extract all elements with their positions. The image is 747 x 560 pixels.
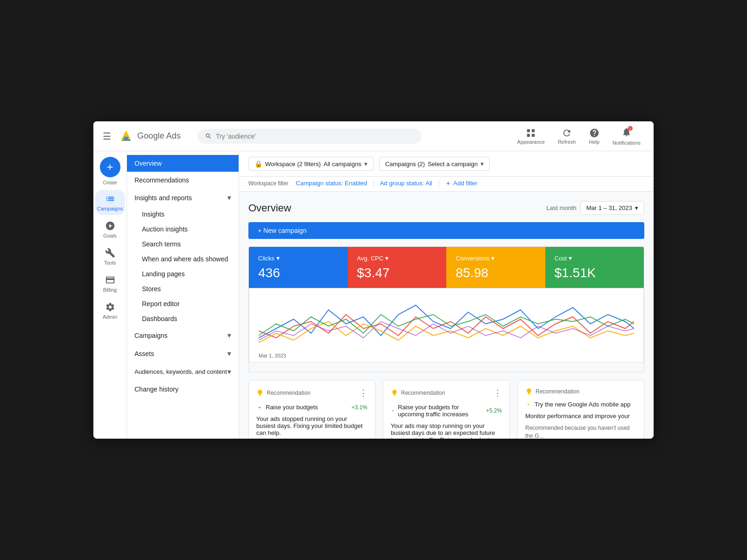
main-content: 🔒 Workspace (2 filters) All campaigns ▾ …: [239, 151, 654, 439]
appearance-action[interactable]: Appearance: [512, 125, 550, 147]
create-label: Create: [103, 180, 117, 185]
metric-conversions[interactable]: Conversions ▾ 85.98: [446, 247, 545, 288]
svg-rect-9: [527, 129, 530, 132]
campaigns-chevron: ▾: [227, 331, 231, 340]
conversions-value: 85.98: [456, 266, 536, 280]
chart-date-label: Mar 1, 2023: [259, 353, 286, 358]
svg-rect-12: [532, 133, 535, 136]
workspace-filter-dropdown[interactable]: 🔒 Workspace (2 filters) All campaigns ▾: [248, 157, 374, 171]
menu-icon[interactable]: ☰: [101, 129, 113, 144]
campaign-status-chip[interactable]: Campaign status: Enabled: [296, 180, 367, 187]
svg-rect-11: [527, 133, 530, 136]
metric-clicks[interactable]: Clicks ▾ 436: [249, 247, 348, 288]
conversions-dropdown-icon: ▾: [491, 254, 494, 262]
sidebar-tools[interactable]: Tools: [95, 244, 125, 269]
avg-cpc-dropdown-icon: ▾: [385, 254, 388, 262]
recommendations-label: Recommendations: [134, 176, 189, 184]
admin-icon: [105, 302, 115, 312]
search-icon: [205, 133, 212, 140]
refresh-action[interactable]: Refresh: [552, 125, 582, 147]
appearance-label: Appearance: [517, 139, 545, 145]
rec-body-1: Your ads stopped running on your busiest…: [256, 415, 367, 436]
rec-sub-3: Recommended because you haven't used the…: [525, 424, 636, 439]
rec-bulb-icon-1: [256, 389, 264, 397]
nav-assets-section[interactable]: Assets ▾: [127, 344, 239, 363]
create-button[interactable]: +: [100, 157, 120, 177]
add-filter-button[interactable]: Add filter: [445, 180, 477, 187]
campaigns-filter-chevron: ▾: [480, 160, 484, 168]
rec-menu-1[interactable]: ⋮: [359, 388, 367, 398]
date-range-value: Mar 1 – 31, 2023: [586, 204, 632, 211]
avg-cpc-label: Avg. CPC: [357, 255, 384, 262]
rec-boost-2: Raise your budgets for upcoming traffic …: [391, 404, 502, 418]
rec-badge-1: +3.1%: [352, 404, 367, 411]
metric-avg-cpc[interactable]: Avg. CPC ▾ $3.47: [348, 247, 447, 288]
workspace-chevron: ▾: [364, 160, 367, 168]
notifications-action[interactable]: 1 Notifications: [607, 124, 646, 148]
notification-badge: 1: [628, 126, 633, 131]
workspace-label: Workspace (2 filters): [265, 161, 321, 168]
admin-label: Admin: [103, 314, 117, 320]
metric-cost[interactable]: Cost ▾ $1.51K: [545, 247, 644, 288]
rec-boost-1: Raise your budgets +3.1%: [256, 404, 367, 411]
appearance-icon: [526, 128, 536, 138]
billing-label: Billing: [103, 287, 117, 293]
nav-overview[interactable]: Overview: [127, 155, 239, 172]
rec-header-2: Recommendation ⋮: [391, 388, 502, 398]
rec-boost-3: Try the new Google Ads mobile app: [525, 401, 636, 408]
nav-audiences-section[interactable]: Audiences, keywords, and content ▾: [127, 363, 239, 381]
nav-insights[interactable]: Insights: [127, 207, 239, 222]
nav-auction-insights[interactable]: Auction insights: [127, 222, 239, 237]
top-nav: ☰ Google Ads: [93, 121, 654, 151]
campaigns-icon: [105, 194, 115, 204]
audiences-section-label: Audiences, keywords, and content: [134, 368, 227, 375]
nav-recommendations[interactable]: Recommendations: [127, 172, 239, 189]
nav-change-history[interactable]: Change history: [127, 381, 239, 398]
nav-campaigns-section[interactable]: Campaigns ▾: [127, 326, 239, 344]
goals-label: Goals: [103, 233, 117, 238]
nav-report-editor[interactable]: Report editor: [127, 296, 239, 311]
sidebar-campaigns[interactable]: Campaigns: [95, 190, 125, 215]
clicks-label: Clicks: [258, 255, 275, 262]
tools-icon: [105, 248, 115, 258]
search-input-wrap[interactable]: [197, 129, 422, 144]
nav-search-terms[interactable]: Search terms: [127, 237, 239, 252]
search-input[interactable]: [216, 133, 414, 140]
rec-type-1: Recommendation: [267, 390, 310, 396]
active-filters: Workspace filter Campaign status: Enable…: [239, 177, 654, 192]
rec-menu-2[interactable]: ⋮: [493, 388, 502, 398]
avg-cpc-value: $3.47: [357, 266, 437, 280]
nav-dashboards[interactable]: Dashboards: [127, 311, 239, 326]
sidebar-goals[interactable]: Goals: [95, 217, 125, 242]
rec-label-1: Recommendation: [256, 389, 310, 397]
sidebar-admin[interactable]: Admin: [95, 298, 125, 323]
insights-section-label: Insights and reports: [134, 194, 192, 202]
rec-boost-text-2: Raise your budgets for upcoming traffic …: [391, 404, 486, 418]
lock-icon: 🔒: [254, 160, 262, 168]
nav-insights-section[interactable]: Insights and reports ▾: [127, 189, 239, 207]
help-action[interactable]: Help: [583, 125, 605, 147]
rec-label-3: Recommendation: [525, 388, 579, 395]
date-range-chevron: ▾: [635, 204, 638, 211]
rec-card-3: Recommendation Try the new Google Ads mo…: [517, 380, 644, 439]
main-body: + Create Campaigns Goals Tools: [93, 151, 654, 439]
overview-label: Overview: [134, 160, 162, 167]
sidebar-billing[interactable]: Billing: [95, 271, 125, 296]
campaigns-label: Campaigns: [97, 206, 123, 211]
rec-body-2: Your ads may stop running on your busies…: [391, 422, 502, 439]
campaigns-filter-label: Campaigns (2): [385, 161, 425, 168]
google-ads-logo-icon: [119, 129, 134, 144]
date-range-button[interactable]: Mar 1 – 31, 2023 ▾: [580, 201, 644, 215]
audiences-chevron: ▾: [227, 367, 231, 376]
add-filter-icon: [445, 180, 451, 187]
refresh-icon: [562, 128, 572, 138]
nav-stores[interactable]: Stores: [127, 281, 239, 296]
ad-group-status-chip[interactable]: Ad group status: All: [380, 180, 432, 187]
cost-label: Cost: [555, 255, 567, 262]
nav-when-where[interactable]: When and where ads showed: [127, 252, 239, 266]
nav-landing-pages[interactable]: Landing pages: [127, 266, 239, 281]
all-campaigns-label: All campaigns: [324, 161, 361, 168]
billing-icon: [105, 275, 115, 285]
campaigns-filter-dropdown[interactable]: Campaigns (2) Select a campaign ▾: [379, 157, 490, 171]
new-campaign-button[interactable]: + New campaign: [248, 222, 644, 239]
